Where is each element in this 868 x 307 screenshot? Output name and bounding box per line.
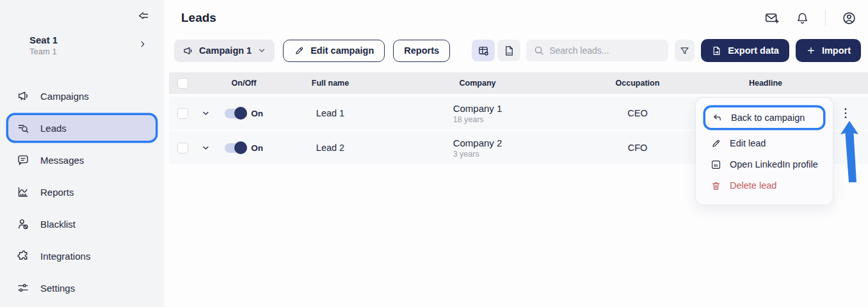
edit-campaign-button[interactable]: Edit campaign xyxy=(283,40,385,62)
lead-full-name: Lead 1 xyxy=(273,108,388,118)
seat-title: Seat 1 xyxy=(29,35,58,45)
chevron-down-icon[interactable] xyxy=(201,143,211,153)
sliders-icon xyxy=(16,281,30,294)
campaign-selector[interactable]: Campaign 1 xyxy=(174,40,275,62)
menu-item-label: Back to campaign xyxy=(731,113,805,123)
sidebar-item-leads[interactable]: Leads xyxy=(8,115,156,141)
funnel-icon[interactable] xyxy=(675,40,695,61)
export-data-button[interactable]: Export data xyxy=(701,39,789,62)
search-input[interactable] xyxy=(526,40,668,61)
sidebar-item-settings[interactable]: Settings xyxy=(8,275,156,301)
sidebar-item-label: Reports xyxy=(40,187,74,198)
lead-company: Company 1 xyxy=(453,103,502,114)
sidebar-item-integrations[interactable]: Integrations xyxy=(8,243,156,269)
toolbar: Campaign 1 Edit campaign Reports xyxy=(164,39,868,62)
search-box xyxy=(526,40,668,61)
sidebar-item-label: Messages xyxy=(40,155,84,166)
collapse-sidebar-icon[interactable] xyxy=(136,10,150,26)
select-all-checkbox[interactable] xyxy=(177,78,188,89)
column-header-onoff: On/Off xyxy=(215,79,273,88)
import-button[interactable]: Import xyxy=(796,39,861,62)
sidebar-item-label: Leads xyxy=(40,123,67,134)
csv-glyph: csv xyxy=(507,51,512,54)
sidebar-item-messages[interactable]: Messages xyxy=(8,147,156,173)
sidebar-item-blacklist[interactable]: Blacklist xyxy=(8,211,156,237)
toggle-state-label: On xyxy=(251,143,263,153)
row-toggle[interactable] xyxy=(225,143,246,153)
table-settings-icon[interactable] xyxy=(472,40,495,61)
app-window: Seat 1 Team 1 Campaigns xyxy=(0,0,868,307)
sidebar-item-reports[interactable]: Reports xyxy=(8,179,156,205)
menu-item-label: Delete lead xyxy=(730,180,776,191)
linkedin-icon: in xyxy=(710,159,721,170)
row-context-menu: Back to campaign Edit lead in Open Linke… xyxy=(695,97,833,205)
lead-search-icon xyxy=(16,122,30,134)
back-arrow-icon xyxy=(711,113,723,123)
chevron-down-icon xyxy=(257,46,266,55)
megaphone-icon xyxy=(16,90,30,102)
import-label: Import xyxy=(822,45,851,56)
account-icon[interactable] xyxy=(842,11,856,26)
seat-subtitle: Team 1 xyxy=(29,47,58,56)
puzzle-icon xyxy=(16,249,30,262)
lead-company-duration: 3 years xyxy=(453,150,479,159)
mail-plus-icon[interactable] xyxy=(764,11,780,25)
lead-company-duration: 18 years xyxy=(453,115,484,124)
chevron-down-icon[interactable] xyxy=(201,109,211,118)
column-header-full-name: Full name xyxy=(273,79,388,88)
row-toggle[interactable] xyxy=(225,109,246,118)
export-data-label: Export data xyxy=(728,45,779,56)
row-checkbox[interactable] xyxy=(177,108,188,119)
sidebar-item-label: Campaigns xyxy=(40,91,89,102)
view-toggle: csv xyxy=(472,40,520,61)
sidebar-nav: Campaigns Leads Messages xyxy=(8,83,156,307)
sidebar-item-label: Settings xyxy=(40,283,75,294)
bell-icon[interactable] xyxy=(796,12,809,25)
edit-pencil-icon xyxy=(294,45,305,56)
menu-item-label: Edit lead xyxy=(730,138,766,148)
megaphone-icon xyxy=(182,45,193,56)
sidebar-item-campaigns[interactable]: Campaigns xyxy=(8,83,156,109)
column-header-headline: Headline xyxy=(708,79,823,88)
edit-pencil-icon xyxy=(710,138,721,149)
edit-campaign-label: Edit campaign xyxy=(310,45,374,56)
topbar: Leads xyxy=(164,0,868,36)
chevron-right-icon[interactable] xyxy=(138,39,147,52)
sidebar-item-label: Blacklist xyxy=(40,219,76,230)
campaign-selector-label: Campaign 1 xyxy=(199,45,252,56)
page-title: Leads xyxy=(181,11,216,25)
plus-icon xyxy=(806,45,816,56)
csv-file-icon[interactable]: csv xyxy=(497,40,520,61)
toggle-state-label: On xyxy=(251,109,263,118)
sidebar-item-label: Integrations xyxy=(40,251,90,262)
menu-item-edit-lead[interactable]: Edit lead xyxy=(704,134,824,153)
trash-icon xyxy=(710,180,721,191)
menu-item-delete-lead[interactable]: Delete lead xyxy=(704,176,824,195)
linkedin-glyph: in xyxy=(714,162,718,167)
reports-button-label: Reports xyxy=(404,45,439,56)
column-header-occupation: Occupation xyxy=(567,79,708,88)
seat-selector[interactable]: Seat 1 Team 1 xyxy=(29,35,156,56)
column-header-company: Company xyxy=(388,79,567,88)
lead-full-name: Lead 2 xyxy=(273,143,388,153)
lead-company: Company 2 xyxy=(453,138,502,148)
menu-item-label: Open LinkedIn profile xyxy=(730,159,818,169)
reports-button[interactable]: Reports xyxy=(393,40,450,62)
sidebar: Seat 1 Team 1 Campaigns xyxy=(0,0,164,307)
menu-item-open-linkedin-profile[interactable]: in Open LinkedIn profile xyxy=(704,155,824,174)
export-file-icon xyxy=(711,45,722,56)
table-header-row: On/Off Full name Company Occupation Head… xyxy=(169,72,868,94)
lead-occupation: CEO xyxy=(567,108,708,118)
menu-item-back-to-campaign[interactable]: Back to campaign xyxy=(705,107,823,128)
lead-occupation: CFO xyxy=(567,143,708,153)
chat-bubble-icon xyxy=(16,154,30,166)
chart-icon xyxy=(16,185,30,198)
row-checkbox[interactable] xyxy=(177,143,188,154)
user-block-icon xyxy=(16,217,30,230)
topbar-divider xyxy=(825,10,826,26)
